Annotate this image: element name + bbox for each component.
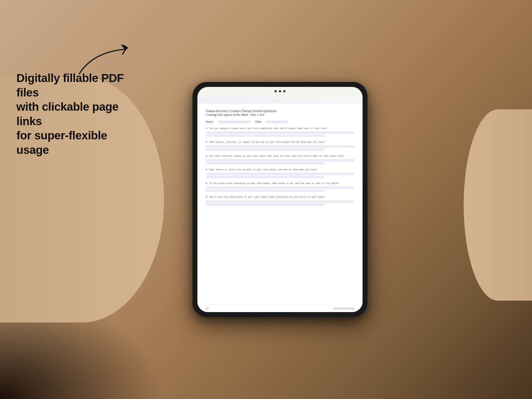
marketing-text: Digitally fillable PDF files with clicka…: [16, 71, 137, 157]
name-label: Name:: [206, 120, 214, 123]
question-5-number: 5.: [206, 182, 208, 184]
pdf-page: Trauma Recovery | Creative Therapy Sessi…: [197, 97, 363, 312]
page-header-decoration: [197, 97, 363, 103]
pdf-title: Trauma Recovery | Creative Therapy Sessi…: [206, 109, 354, 113]
answer-6-line-1[interactable]: [206, 200, 354, 203]
question-1-text: 1. Can you imagine a place where you fee…: [206, 127, 354, 130]
question-4: 4. What smells or scents are present in …: [206, 168, 354, 179]
questions-list: 1. Can you imagine a place where you fee…: [206, 127, 354, 300]
question-4-number: 4.: [206, 169, 208, 171]
question-3-text: 3. Are there specific sounds in your saf…: [206, 155, 354, 158]
answer-5-line-1[interactable]: [206, 186, 354, 189]
back-to-first-page-link[interactable]: ↑ Back to First Page: [332, 307, 355, 310]
answer-3-line-1[interactable]: [206, 159, 354, 162]
name-date-row: Name: Date:: [206, 120, 354, 123]
answer-4-line-2[interactable]: [206, 176, 325, 178]
tablet: Trauma Recovery | Creative Therapy Sessi…: [192, 82, 367, 317]
question-6-text: 6. How do you feel physically in your sa…: [206, 196, 354, 199]
tablet-screen: Trauma Recovery | Creative Therapy Sessi…: [197, 87, 363, 312]
right-hand: [464, 109, 532, 301]
question-3: 3. Are there specific sounds in your saf…: [206, 155, 354, 165]
camera-dot-3: [283, 90, 285, 92]
camera-dot-1: [274, 90, 277, 92]
answer-5-line-2[interactable]: [206, 189, 325, 192]
answer-1-line-1[interactable]: [206, 131, 354, 134]
question-6-number: 6.: [206, 196, 208, 198]
answer-4-line-1[interactable]: [206, 173, 354, 175]
question-4-text: 4. What smells or scents are present in …: [206, 168, 354, 171]
camera-dot-2: [279, 90, 281, 92]
answer-6-line-2[interactable]: [206, 203, 325, 206]
question-6: 6. How do you feel physically in your sa…: [206, 196, 354, 206]
name-field[interactable]: [218, 121, 251, 123]
question-2: 2. What colors, textures, or shapes do y…: [206, 141, 354, 151]
question-3-number: 3.: [206, 155, 208, 157]
question-1-number: 1.: [206, 127, 208, 130]
answer-2-line-1[interactable]: [206, 145, 354, 148]
pdf-footer: 20 ↑ Back to First Page: [197, 305, 363, 312]
answer-3-line-2[interactable]: [206, 162, 325, 165]
question-1: 1. Can you imagine a place where you fee…: [206, 127, 354, 137]
answer-1-line-2[interactable]: [206, 134, 325, 137]
date-field[interactable]: [266, 121, 288, 123]
page-number: 20: [206, 307, 208, 310]
pdf-subtitle: Creating Safe Spaces in the Mind – Part …: [206, 113, 354, 116]
question-2-text: 2. What colors, textures, or shapes do y…: [206, 141, 354, 144]
question-5: 5. If you could touch something in your …: [206, 182, 354, 192]
tagline: Digitally fillable PDF files with clicka…: [16, 71, 137, 157]
answer-2-line-2[interactable]: [206, 148, 325, 151]
question-5-text: 5. If you could touch something in your …: [206, 182, 354, 185]
question-2-number: 2.: [206, 141, 208, 143]
pdf-content: Trauma Recovery | Creative Therapy Sessi…: [197, 103, 363, 305]
camera-bar: [274, 90, 285, 92]
date-label: Date:: [255, 120, 262, 123]
